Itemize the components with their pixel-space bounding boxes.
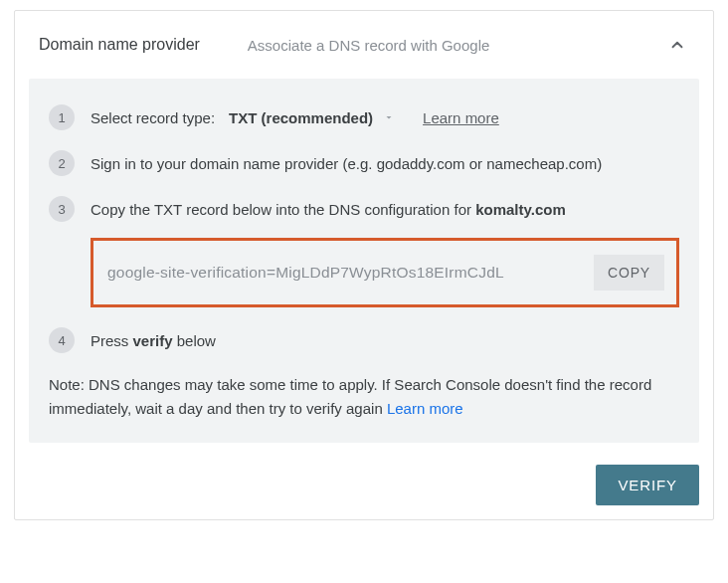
learn-more-link[interactable]: Learn more [423, 106, 499, 130]
card-footer: VERIFY [15, 457, 713, 519]
step-body: Select record type: TXT (recommended) Le… [91, 104, 679, 130]
header-title: Domain name provider [39, 36, 200, 54]
txt-record-box: google-site-verification=MigLDdP7WypRtOs… [91, 238, 679, 307]
step-3: 3 Copy the TXT record below into the DNS… [49, 196, 679, 307]
step-1: 1 Select record type: TXT (recommended) … [49, 104, 679, 130]
dropdown-value: TXT (recommended) [229, 106, 373, 130]
step4-prefix: Press [91, 332, 133, 349]
verify-button[interactable]: VERIFY [596, 465, 699, 505]
card-header: Domain name provider Associate a DNS rec… [15, 11, 713, 79]
copy-button[interactable]: COPY [594, 255, 664, 291]
step4-bold: verify [133, 332, 173, 349]
note-text: Note: DNS changes may take some time to … [49, 373, 679, 421]
chevron-up-icon [668, 36, 686, 54]
header-subtitle: Associate a DNS record with Google [248, 37, 665, 54]
note-body: Note: DNS changes may take some time to … [49, 376, 651, 417]
step4-suffix: below [173, 332, 216, 349]
step-body: Copy the TXT record below into the DNS c… [91, 196, 679, 307]
collapse-toggle[interactable] [665, 33, 689, 57]
dns-verification-card: Domain name provider Associate a DNS rec… [14, 10, 714, 520]
step3-text: Copy the TXT record below into the DNS c… [91, 201, 475, 218]
step-body: Press verify below [91, 327, 679, 353]
caret-down-icon [383, 106, 395, 130]
txt-record-value[interactable]: google-site-verification=MigLDdP7WypRtOs… [107, 261, 504, 285]
note-learn-more-link[interactable]: Learn more [387, 400, 463, 417]
step-4: 4 Press verify below [49, 327, 679, 353]
card-content: 1 Select record type: TXT (recommended) … [29, 79, 699, 443]
record-type-dropdown[interactable]: TXT (recommended) [229, 106, 395, 130]
record-type-label: Select record type: [91, 106, 215, 130]
step-badge: 4 [49, 327, 75, 353]
step-badge: 2 [49, 150, 75, 176]
step-text: Sign in to your domain name provider (e.… [91, 150, 679, 176]
step-badge: 1 [49, 104, 75, 130]
step-badge: 3 [49, 196, 75, 222]
step-2: 2 Sign in to your domain name provider (… [49, 150, 679, 176]
step3-domain: komalty.com [475, 201, 566, 218]
